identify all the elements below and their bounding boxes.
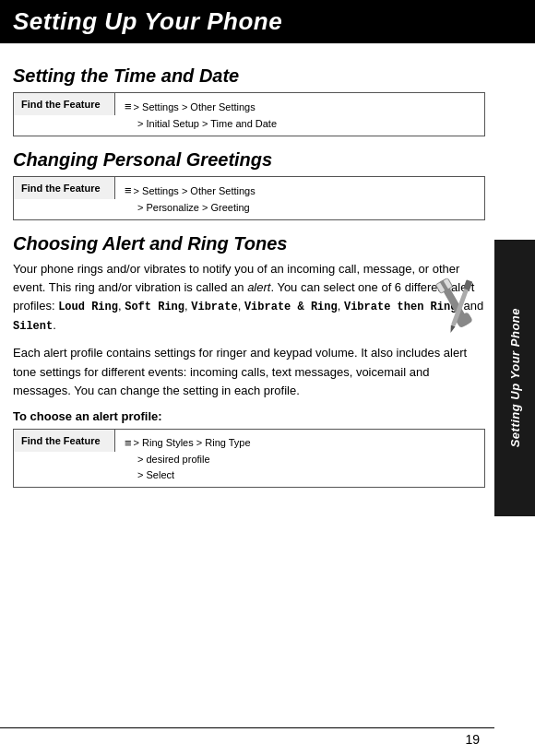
path-text-2: > Initial Setup > Time and Date	[137, 116, 277, 132]
page-title-bar: Setting Up Your Phone	[0, 0, 535, 43]
sidebar-text: Setting Up Your Phone	[508, 308, 522, 447]
menu-icon-greetings: ≡	[125, 182, 132, 200]
greet-path-line-1: ≡ > Settings > Other Settings	[125, 182, 256, 200]
menu-icon-time-date: ≡	[125, 98, 132, 116]
find-feature-box-greetings: Find the Feature ≡ > Settings > Other Se…	[13, 176, 485, 220]
section-heading-greetings: Changing Personal Greetings	[13, 149, 485, 171]
wrench-icon	[430, 272, 485, 346]
section-heading-alert-ring: Choosing Alert and Ring Tones	[13, 233, 485, 254]
alert-path-text-1: > Ring Styles > Ring Type	[134, 435, 251, 451]
body-text-alert-1: Your phone rings and/or vibrates to noti…	[13, 260, 485, 335]
greet-path-text-2: > Personalize > Greeting	[137, 200, 250, 216]
path-text-1: > Settings > Other Settings	[134, 100, 256, 115]
find-feature-box-alert: Find the Feature ≡ > Ring Styles > Ring …	[13, 429, 485, 489]
path-line-1: ≡ > Settings > Other Settings	[125, 98, 277, 116]
svg-marker-7	[448, 325, 455, 334]
menu-icon-alert: ≡	[125, 434, 132, 453]
path-line-2: > Initial Setup > Time and Date	[125, 116, 277, 132]
find-feature-content-alert: ≡ > Ring Styles > Ring Type > desired pr…	[115, 430, 260, 488]
alert-path-line-2: > desired profile	[125, 452, 251, 467]
find-feature-box-time-date: Find the Feature ≡ > Settings > Other Se…	[13, 92, 485, 136]
alert-path-text-3: > Select	[137, 467, 174, 483]
procedure-heading-choose-alert: To choose an alert profile:	[13, 409, 485, 423]
find-feature-label-greetings: Find the Feature	[14, 177, 115, 199]
page-number: 19	[465, 732, 480, 747]
alert-path-line-3: > Select	[125, 467, 251, 483]
greet-path-line-2: > Personalize > Greeting	[125, 200, 256, 216]
greet-path-text-1: > Settings > Other Settings	[134, 183, 256, 199]
find-feature-label-alert: Find the Feature	[14, 430, 115, 452]
bottom-line	[0, 727, 494, 729]
find-feature-content-greetings: ≡ > Settings > Other Settings > Personal…	[115, 177, 265, 219]
find-feature-label-time-date: Find the Feature	[14, 93, 115, 115]
page-title: Setting Up Your Phone	[13, 7, 282, 35]
right-sidebar: Setting Up Your Phone	[494, 240, 535, 516]
page-container: Setting Up Your Phone Setting the Time a…	[0, 0, 535, 756]
body-text-alert-2: Each alert profile contains settings for…	[13, 344, 485, 399]
alert-path-line-1: ≡ > Ring Styles > Ring Type	[125, 434, 251, 453]
find-feature-content-time-date: ≡ > Settings > Other Settings > Initial …	[115, 93, 286, 136]
section-heading-time-date: Setting the Time and Date	[13, 65, 485, 87]
alert-path-text-2: > desired profile	[137, 452, 210, 467]
wrench-icon-area	[421, 267, 494, 350]
